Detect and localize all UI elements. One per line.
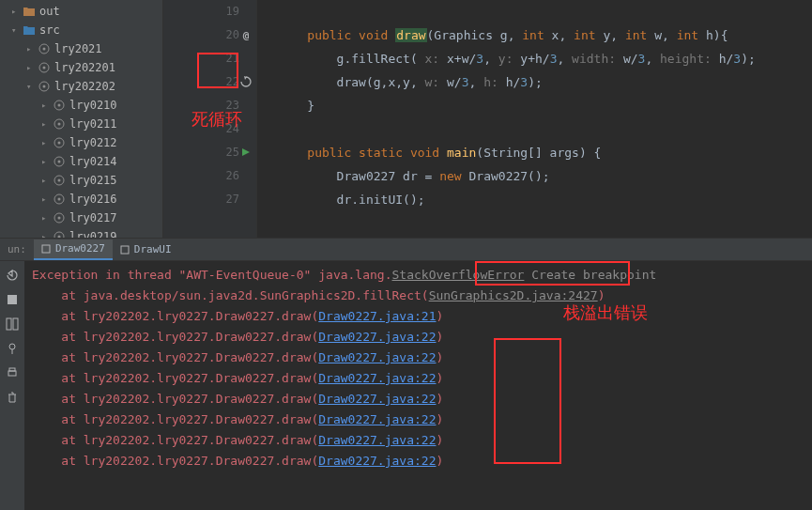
svg-point-3 [43, 67, 46, 70]
layout-button[interactable] [4, 316, 21, 332]
stacktrace-link[interactable]: Draw0227.java:22 [318, 392, 436, 406]
stacktrace-link[interactable]: Draw0227.java:22 [318, 454, 436, 468]
tree-item-lry0214[interactable]: ▸lry0214 [0, 152, 162, 171]
project-tree[interactable]: ▸out▾src▸lry2021▸lry202201▾lry202202▸lry… [0, 0, 163, 238]
gutter-line-24[interactable]: 24 [163, 117, 239, 141]
run-tab-label: DrawUI [134, 243, 172, 255]
run-gutter-icon[interactable] [239, 146, 253, 159]
gutter-line-20[interactable]: 20@ [163, 23, 239, 47]
tree-item-out[interactable]: ▸out [0, 2, 162, 21]
stacktrace-link[interactable]: Draw0227.java:22 [318, 412, 436, 426]
stacktrace-link[interactable]: SunGraphics2D.java:2427 [429, 288, 598, 302]
gutter-line-23[interactable]: 23 [163, 94, 239, 117]
editor-gutter[interactable]: 1920@21222324252627 [163, 0, 257, 238]
tree-item-label: lry202202 [54, 80, 115, 93]
gutter-line-19[interactable]: 19 [163, 0, 239, 23]
code-editor[interactable]: 1920@21222324252627 public void draw(Gra… [163, 0, 812, 238]
tree-item-lry0211[interactable]: ▸lry0211 [0, 115, 162, 133]
tree-arrow-icon[interactable]: ▸ [41, 157, 51, 166]
code-line-26[interactable]: Draw0227 dr = new Draw0227(); [278, 164, 812, 188]
stacktrace-link[interactable]: Draw0227.java:21 [318, 309, 436, 323]
package-icon [53, 174, 66, 187]
code-line-22[interactable]: draw(g,x,y, w: w/3, h: h/3); [278, 70, 812, 94]
tree-arrow-icon[interactable]: ▸ [41, 194, 51, 204]
run-tab-label: Draw0227 [55, 242, 105, 255]
code-line-21[interactable]: g.fillRect( x: x+w/3, y: y+h/3, width: w… [278, 47, 812, 70]
console-line: at lry202202.lry0227.Draw0227.draw(Draw0… [32, 368, 804, 389]
console-line: at lry202202.lry0227.Draw0227.draw(Draw0… [32, 306, 804, 327]
stacktrace-link[interactable]: Draw0227.java:22 [318, 330, 436, 344]
console-line: at lry202202.lry0227.Draw0227.draw(Draw0… [32, 410, 804, 430]
tree-arrow-icon[interactable]: ▾ [26, 82, 36, 91]
layout-icon [6, 317, 19, 331]
tree-item-lry0217[interactable]: ▸lry0217 [0, 209, 162, 227]
stop-button[interactable] [4, 291, 21, 308]
tree-item-lry2021[interactable]: ▸lry2021 [0, 39, 162, 58]
code-line-23[interactable]: } [278, 94, 812, 117]
pin-icon [7, 343, 18, 354]
override-icon[interactable]: @ [239, 28, 253, 41]
tree-item-label: out [39, 5, 60, 18]
tree-item-label: lry0211 [69, 117, 117, 131]
tree-item-src[interactable]: ▾src [0, 21, 162, 39]
tree-item-lry0219[interactable]: ▸lry0219 [0, 227, 162, 238]
svg-point-13 [58, 161, 61, 163]
stacktrace-link[interactable]: Draw0227.java:22 [318, 350, 436, 364]
stacktrace-link[interactable]: Draw0227.java:22 [318, 371, 436, 385]
editor-code[interactable]: public void draw(Graphics g, int x, int … [257, 0, 812, 238]
run-tab-Draw0227[interactable]: Draw0227 [34, 240, 113, 260]
code-line-20[interactable]: public void draw(Graphics g, int x, int … [278, 23, 812, 47]
run-config-icon [120, 245, 130, 255]
package-icon [53, 136, 66, 149]
console-line: at java.desktop/sun.java2d.SunGraphics2D… [32, 286, 804, 306]
code-line-27[interactable]: dr.initUI(); [278, 188, 812, 211]
tree-arrow-icon[interactable]: ▾ [11, 25, 21, 35]
tree-item-lry202202[interactable]: ▾lry202202 [0, 77, 162, 96]
tree-item-lry202201[interactable]: ▸lry202201 [0, 58, 162, 77]
tree-arrow-icon[interactable]: ▸ [26, 63, 36, 72]
pin-button[interactable] [4, 340, 21, 357]
tree-arrow-icon[interactable]: ▸ [41, 213, 51, 223]
tree-arrow-icon[interactable]: ▸ [26, 44, 36, 54]
recursive-call-icon[interactable] [239, 75, 253, 88]
gutter-line-22[interactable]: 22 [163, 70, 239, 94]
print-button[interactable] [4, 364, 21, 381]
code-line-25[interactable]: public static void main(String[] args) { [278, 141, 812, 164]
package-icon [53, 211, 66, 224]
package-icon [53, 117, 66, 131]
svg-point-15 [58, 179, 61, 182]
gutter-line-25[interactable]: 25 [163, 141, 239, 164]
tree-arrow-icon[interactable]: ▸ [41, 100, 51, 110]
tree-arrow-icon[interactable]: ▸ [41, 176, 51, 185]
package-icon [53, 155, 66, 168]
tree-arrow-icon[interactable]: ▸ [41, 232, 51, 238]
tree-item-lry0210[interactable]: ▸lry0210 [0, 96, 162, 115]
code-line-24[interactable] [278, 117, 812, 141]
gutter-line-27[interactable]: 27 [163, 188, 239, 211]
stacktrace-link[interactable]: Draw0227.java:22 [318, 433, 436, 447]
code-line-19[interactable] [278, 0, 812, 23]
console-line: at lry202202.lry0227.Draw0227.draw(Draw0… [32, 348, 804, 368]
gutter-line-21[interactable]: 21 [163, 47, 239, 70]
tree-arrow-icon[interactable]: ▸ [11, 7, 21, 16]
svg-rect-26 [13, 318, 18, 330]
package-icon [38, 42, 51, 55]
tree-item-lry0215[interactable]: ▸lry0215 [0, 171, 162, 190]
delete-button[interactable] [4, 389, 21, 406]
svg-rect-22 [42, 245, 50, 253]
tree-item-lry0212[interactable]: ▸lry0212 [0, 133, 162, 152]
trash-icon [7, 392, 18, 403]
rerun-button[interactable] [4, 267, 21, 284]
tree-item-lry0216[interactable]: ▸lry0216 [0, 190, 162, 209]
svg-rect-23 [121, 246, 129, 254]
console-line: at lry202202.lry0227.Draw0227.draw(Draw0… [32, 389, 804, 410]
run-tab-DrawUI[interactable]: DrawUI [113, 240, 179, 260]
tree-arrow-icon[interactable]: ▸ [41, 119, 51, 129]
stacktrace-link[interactable]: StackOverflowError [392, 268, 525, 282]
tree-item-label: lry2021 [54, 42, 102, 55]
tree-arrow-icon[interactable]: ▸ [41, 138, 51, 147]
gutter-line-26[interactable]: 26 [163, 164, 239, 188]
console-line: Exception in thread "AWT-EventQueue-0" j… [32, 265, 804, 286]
svg-rect-24 [8, 295, 17, 304]
console-output[interactable]: 栈溢出错误 Exception in thread "AWT-EventQueu… [24, 261, 812, 510]
